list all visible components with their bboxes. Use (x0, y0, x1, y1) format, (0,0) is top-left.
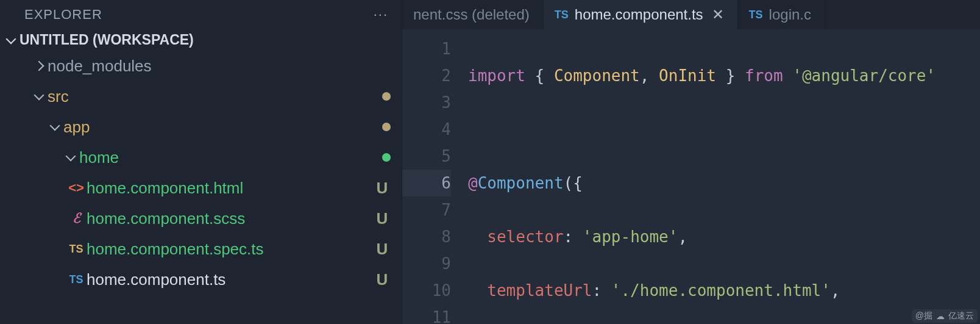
ts-file-icon: TS (749, 9, 763, 21)
tab-label: nent.css (deleted) (413, 6, 530, 23)
line-number: 5 (402, 143, 451, 170)
modified-dot-icon (382, 123, 391, 131)
watermark: @掘 ☁ 亿速云 (912, 309, 978, 323)
line-number: 10 (402, 277, 451, 304)
tab-label: login.c (769, 6, 811, 23)
tab-deleted-css[interactable]: nent.css (deleted) (402, 0, 544, 29)
line-number: 1 (402, 35, 451, 62)
tab-bar: nent.css (deleted) TS home.component.ts … (402, 0, 980, 29)
git-status-badge: U (374, 240, 391, 259)
folder-label: node_modules (48, 57, 391, 76)
chevron-down-icon (62, 153, 79, 162)
tree-folder-node_modules[interactable]: node_modules (0, 51, 402, 81)
line-number: 6 (402, 170, 451, 196)
code-editor[interactable]: 1 2 3 4 5 6 7 8 9 10 11 import { Compone… (402, 29, 980, 324)
chevron-down-icon (6, 34, 16, 44)
line-number: 11 (402, 304, 451, 324)
html-file-icon: <> (66, 180, 87, 196)
file-tree: node_modules src app home <> home.compon… (0, 51, 402, 295)
chevron-right-icon (30, 62, 48, 70)
modified-dot-icon (382, 92, 391, 101)
tab-label: home.component.ts (575, 6, 703, 23)
workspace-title: UNTITLED (WORKSPACE) (20, 32, 194, 48)
watermark-brand: 亿速云 (948, 311, 974, 322)
line-number: 4 (402, 116, 451, 143)
close-icon[interactable]: ✕ (712, 6, 724, 23)
workspace-header[interactable]: UNTITLED (WORKSPACE) (0, 29, 402, 51)
more-icon[interactable]: ··· (374, 7, 388, 23)
tab-login-c[interactable]: TS login.c (738, 0, 825, 29)
line-number-gutter: 1 2 3 4 5 6 7 8 9 10 11 (402, 35, 468, 324)
file-label: home.component.spec.ts (87, 240, 369, 259)
explorer-sidebar: EXPLORER ··· UNTITLED (WORKSPACE) node_m… (0, 0, 402, 324)
editor-pane: nent.css (deleted) TS home.component.ts … (402, 0, 980, 324)
tree-folder-src[interactable]: src (0, 81, 402, 112)
ts-file-icon: TS (66, 273, 87, 286)
tab-home-component-ts[interactable]: TS home.component.ts ✕ (544, 0, 738, 29)
line-number: 9 (402, 250, 451, 277)
chevron-down-icon (30, 92, 48, 101)
explorer-header: EXPLORER ··· (0, 0, 402, 29)
tree-file-home-component-scss[interactable]: ℰ home.component.scss U (0, 203, 402, 234)
tree-file-home-component-spec-ts[interactable]: TS home.component.spec.ts U (0, 234, 402, 264)
git-status-badge: U (374, 270, 391, 289)
line-number: 7 (402, 196, 451, 223)
scss-file-icon: ℰ (66, 211, 87, 226)
tree-file-home-component-ts[interactable]: TS home.component.ts U (0, 264, 402, 295)
tree-file-home-component-html[interactable]: <> home.component.html U (0, 173, 402, 203)
tree-folder-home[interactable]: home (0, 142, 402, 173)
ts-file-icon: TS (555, 9, 569, 21)
chevron-down-icon (46, 122, 63, 132)
ts-test-file-icon: TS (66, 243, 87, 256)
git-status-badge: U (374, 209, 391, 228)
file-label: home.component.html (87, 179, 369, 198)
line-number: 2 (402, 62, 451, 89)
watermark-at: @掘 (915, 311, 932, 322)
folder-label: src (48, 87, 377, 106)
untracked-dot-icon (382, 153, 391, 162)
file-label: home.component.scss (87, 209, 369, 228)
folder-label: app (63, 118, 377, 137)
file-label: home.component.ts (87, 270, 369, 289)
line-number: 3 (402, 89, 451, 116)
git-status-badge: U (374, 179, 391, 198)
line-number: 8 (402, 223, 451, 250)
tree-folder-app[interactable]: app (0, 112, 402, 142)
code-content[interactable]: import { Component, OnInit } from '@angu… (468, 35, 980, 324)
cloud-icon: ☁ (936, 311, 945, 321)
explorer-title: EXPLORER (24, 7, 102, 23)
folder-label: home (79, 148, 377, 167)
